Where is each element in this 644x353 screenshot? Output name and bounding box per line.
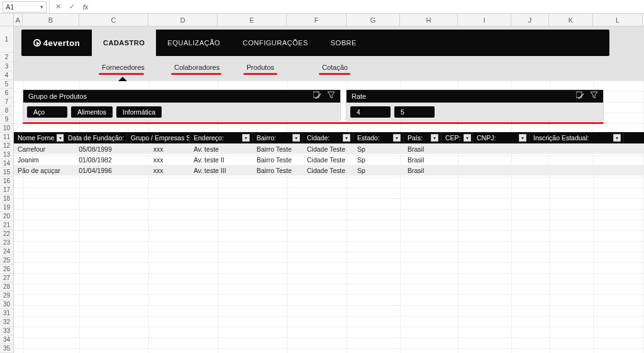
row-header[interactable]: 5 (0, 80, 13, 89)
table-cell[interactable]: Sp (353, 143, 404, 154)
row-header[interactable]: 35 (0, 344, 13, 353)
table-cell[interactable]: Brasil (404, 154, 441, 165)
table-cell[interactable]: xxx (127, 165, 190, 176)
table-header[interactable]: CEP:▾ (441, 132, 473, 143)
row-header[interactable]: 11 (0, 133, 13, 142)
column-header[interactable]: G (347, 14, 400, 26)
row-header[interactable]: 1 (0, 26, 13, 53)
multiselect-icon[interactable] (576, 91, 585, 101)
table-cell[interactable]: Sp (353, 165, 404, 176)
table-cell[interactable]: Joanim (14, 154, 64, 165)
table-cell[interactable]: Brasil (404, 143, 441, 154)
worksheet[interactable]: 4everton CADASTROEQUALIZAÇÃOCONFIGURAÇÕE… (14, 26, 644, 353)
row-header[interactable]: 2 (0, 53, 13, 62)
subtab-produtos[interactable]: Produtos (247, 64, 274, 71)
table-cell[interactable]: Av. teste II (190, 154, 253, 165)
table-header[interactable]: Data de Fundação:▾ (64, 132, 127, 143)
select-all-cell[interactable] (0, 14, 14, 26)
filter-dropdown-icon[interactable]: ▾ (292, 134, 300, 142)
table-cell[interactable]: Sp (353, 154, 404, 165)
table-cell[interactable]: Cidade Teste (303, 143, 353, 154)
table-header[interactable]: Inscrição Estadual:▾ (530, 132, 624, 143)
column-header[interactable]: C (79, 14, 148, 26)
table-header[interactable]: Cidade:▾ (303, 132, 353, 143)
column-header[interactable]: L (593, 14, 643, 26)
clear-filter-icon[interactable] (327, 91, 335, 101)
fx-icon[interactable]: fx (80, 3, 91, 11)
subtab-colaboradores[interactable]: Colaboradores (174, 64, 219, 71)
row-header[interactable]: 22 (0, 230, 13, 238)
tab-equalização[interactable]: EQUALIZAÇÃO (156, 30, 231, 56)
row-header[interactable]: 24 (0, 247, 13, 256)
chevron-down-icon[interactable]: ▾ (40, 4, 43, 10)
table-cell[interactable]: Av. teste III (190, 165, 253, 176)
row-header[interactable]: 12 (0, 142, 13, 150)
filter-dropdown-icon[interactable]: ▾ (613, 134, 621, 142)
column-header[interactable]: I (458, 14, 511, 26)
table-cell[interactable]: xxx (127, 143, 190, 154)
filter-dropdown-icon[interactable]: ▾ (431, 134, 438, 142)
row-header[interactable]: 34 (0, 335, 13, 344)
tab-sobre[interactable]: SOBRE (319, 30, 368, 56)
row-header[interactable]: 7 (0, 98, 13, 106)
multiselect-icon[interactable] (313, 91, 322, 101)
column-header[interactable]: J (511, 14, 549, 26)
filter-dropdown-icon[interactable]: ▾ (464, 134, 471, 142)
slicer-chip[interactable]: Aço (27, 106, 67, 118)
table-header[interactable]: País:▾ (404, 132, 441, 143)
slicer-chip[interactable]: Informática (116, 106, 162, 118)
row-header[interactable]: 14 (0, 159, 13, 168)
subtab-fornecedores[interactable]: Fornecedores (102, 64, 145, 71)
row-header[interactable]: 15 (0, 168, 13, 177)
column-header[interactable]: A (14, 14, 23, 26)
column-header[interactable]: D (148, 14, 218, 26)
table-cell[interactable]: Brasil (404, 165, 441, 176)
formula-input[interactable] (94, 1, 644, 13)
table-row[interactable]: Joanim01/08/1982xxxAv. teste IIBairro Te… (14, 154, 644, 165)
table-cell[interactable] (441, 154, 473, 165)
row-header[interactable]: 8 (0, 106, 13, 115)
row-header[interactable]: 28 (0, 283, 13, 291)
table-cell[interactable]: Pão de açuçar (14, 165, 64, 176)
filter-dropdown-icon[interactable]: ▾ (393, 134, 401, 142)
row-header[interactable]: 21 (0, 221, 13, 230)
row-header[interactable]: 27 (0, 274, 13, 283)
row-header[interactable]: 18 (0, 194, 13, 203)
table-row[interactable]: Carrefour05/08/1999xxxAv. testeBairro Te… (14, 143, 644, 154)
table-header[interactable]: Nome Forne▾ (14, 132, 64, 143)
tab-cadastro[interactable]: CADASTRO (92, 30, 156, 56)
row-header[interactable]: 20 (0, 212, 13, 221)
row-header[interactable]: 9 (0, 115, 13, 124)
slicer-chip[interactable]: 5 (394, 106, 435, 118)
table-cell[interactable]: Cidade Teste (303, 165, 353, 176)
table-header[interactable]: CNPJ:▾ (473, 132, 530, 143)
row-header[interactable]: 31 (0, 309, 13, 318)
cancel-formula-icon[interactable]: ✕ (52, 3, 64, 11)
table-header[interactable]: Grupo / Empresas Sóc▾ (127, 132, 190, 143)
filter-dropdown-icon[interactable]: ▾ (519, 134, 526, 142)
row-header[interactable]: 26 (0, 265, 13, 274)
table-cell[interactable] (441, 143, 473, 154)
row-header[interactable]: 13 (0, 150, 13, 159)
row-header[interactable]: 19 (0, 203, 13, 212)
table-row[interactable]: Pão de açuçar01/04/1996xxxAv. teste IIIB… (14, 165, 644, 176)
row-header[interactable]: 4 (0, 71, 13, 80)
slicer-chip[interactable]: Alimentos (71, 106, 113, 118)
table-cell[interactable] (473, 154, 530, 165)
row-header[interactable]: 30 (0, 300, 13, 309)
row-header[interactable]: 3 (0, 62, 13, 71)
column-header[interactable]: E (218, 14, 287, 26)
subtab-cotação[interactable]: Cotação (322, 64, 348, 71)
table-cell[interactable] (530, 143, 624, 154)
table-cell[interactable]: Bairro Teste (253, 143, 303, 154)
table-cell[interactable]: Carrefour (14, 143, 64, 154)
column-header[interactable]: B (23, 14, 79, 26)
table-cell[interactable]: xxx (127, 154, 190, 165)
column-header[interactable]: F (287, 14, 347, 26)
table-cell[interactable] (473, 165, 530, 176)
table-cell[interactable]: Cidade Teste (303, 154, 353, 165)
table-cell[interactable]: 01/08/1982 (64, 154, 127, 165)
confirm-formula-icon[interactable]: ✓ (66, 3, 77, 11)
row-header[interactable]: 23 (0, 238, 13, 247)
row-header[interactable]: 32 (0, 318, 13, 327)
